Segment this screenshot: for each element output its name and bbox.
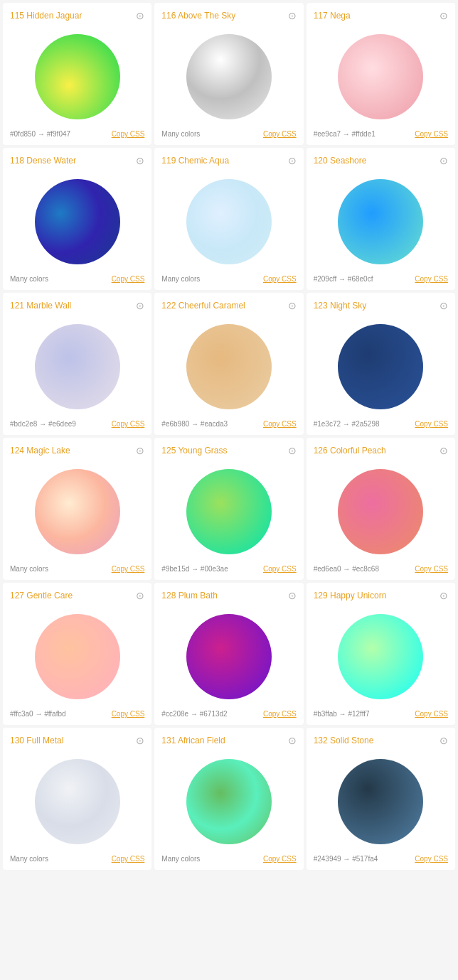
- copy-css-button[interactable]: Copy CSS: [415, 130, 448, 138]
- clock-icon[interactable]: ⊙: [288, 155, 297, 166]
- copy-css-button[interactable]: Copy CSS: [263, 420, 297, 428]
- card-header: 116 Above The Sky⊙: [161, 10, 296, 21]
- card-footer: Many colorsCopy CSS: [10, 855, 144, 863]
- clock-icon[interactable]: ⊙: [440, 300, 448, 311]
- color-circle: [338, 614, 423, 699]
- card-120: 120 Seashore⊙#209cff → #68e0cfCopy CSS: [307, 148, 455, 290]
- color-codes: Many colors: [161, 130, 200, 138]
- card-127: 127 Gentle Care⊙#ffc3a0 → #ffafbdCopy CS…: [3, 583, 151, 725]
- card-header: 131 African Field⊙: [161, 735, 296, 746]
- copy-css-button[interactable]: Copy CSS: [263, 275, 297, 283]
- clock-icon[interactable]: ⊙: [440, 445, 448, 456]
- card-header: 125 Young Grass⊙: [161, 445, 296, 456]
- card-132: 132 Solid Stone⊙#243949 → #517fa4Copy CS…: [307, 728, 455, 870]
- card-footer: #e6b980 → #eacda3Copy CSS: [161, 420, 296, 428]
- copy-css-button[interactable]: Copy CSS: [112, 275, 145, 283]
- clock-icon[interactable]: ⊙: [288, 300, 297, 311]
- copy-css-button[interactable]: Copy CSS: [112, 710, 145, 718]
- color-codes: #b3ffab → #12fff7: [314, 710, 370, 718]
- copy-css-button[interactable]: Copy CSS: [415, 275, 448, 283]
- card-footer: #1e3c72 → #2a5298Copy CSS: [314, 420, 448, 428]
- circle-container: [161, 755, 296, 848]
- clock-icon[interactable]: ⊙: [288, 10, 297, 21]
- color-circle: [35, 179, 120, 264]
- clock-icon[interactable]: ⊙: [288, 735, 297, 746]
- card-footer: Many colorsCopy CSS: [161, 275, 296, 283]
- color-codes: Many colors: [10, 855, 48, 863]
- color-circle: [338, 34, 423, 119]
- card-header: 117 Nega⊙: [314, 10, 448, 21]
- color-circle: [35, 614, 120, 699]
- copy-css-button[interactable]: Copy CSS: [415, 855, 448, 863]
- clock-icon[interactable]: ⊙: [136, 155, 144, 166]
- color-codes: #e6b980 → #eacda3: [161, 420, 228, 428]
- card-title: 130 Full Metal: [10, 736, 63, 745]
- card-title: 126 Colorful Peach: [314, 446, 386, 456]
- clock-icon[interactable]: ⊙: [288, 590, 297, 601]
- card-footer: Many colorsCopy CSS: [161, 130, 296, 138]
- card-footer: #cc208e → #6713d2Copy CSS: [161, 710, 296, 718]
- circle-container: [161, 610, 296, 703]
- copy-css-button[interactable]: Copy CSS: [112, 565, 145, 573]
- clock-icon[interactable]: ⊙: [136, 445, 144, 456]
- clock-icon[interactable]: ⊙: [440, 590, 448, 601]
- copy-css-button[interactable]: Copy CSS: [112, 130, 145, 138]
- color-codes: #bdc2e8 → #e6dee9: [10, 420, 76, 428]
- circle-container: [161, 175, 296, 268]
- color-circle: [186, 34, 272, 119]
- color-circle: [186, 324, 272, 409]
- copy-css-button[interactable]: Copy CSS: [263, 130, 297, 138]
- clock-icon[interactable]: ⊙: [136, 300, 144, 311]
- copy-css-button[interactable]: Copy CSS: [112, 855, 145, 863]
- card-footer: Many colorsCopy CSS: [10, 275, 144, 283]
- card-124: 124 Magic Lake⊙Many colorsCopy CSS: [3, 438, 151, 580]
- card-footer: #b3ffab → #12fff7Copy CSS: [314, 710, 448, 718]
- color-codes: #9be15d → #00e3ae: [161, 565, 228, 573]
- color-circle: [338, 759, 423, 844]
- card-header: 120 Seashore⊙: [314, 155, 448, 166]
- copy-css-button[interactable]: Copy CSS: [415, 420, 448, 428]
- copy-css-button[interactable]: Copy CSS: [263, 855, 297, 863]
- circle-container: [314, 755, 448, 848]
- color-codes: #0fd850 → #f9f047: [10, 130, 70, 138]
- card-123: 123 Night Sky⊙#1e3c72 → #2a5298Copy CSS: [307, 293, 455, 435]
- circle-container: [314, 320, 448, 413]
- card-title: 128 Plum Bath: [161, 591, 218, 601]
- circle-container: [314, 30, 448, 123]
- color-circle: [186, 759, 272, 844]
- clock-icon[interactable]: ⊙: [288, 445, 297, 456]
- clock-icon[interactable]: ⊙: [136, 10, 144, 21]
- card-header: 121 Marble Wall⊙: [10, 300, 144, 311]
- card-header: 132 Solid Stone⊙: [314, 735, 448, 746]
- circle-container: [10, 610, 144, 703]
- copy-css-button[interactable]: Copy CSS: [263, 565, 297, 573]
- copy-css-button[interactable]: Copy CSS: [415, 565, 448, 573]
- card-footer: #ffc3a0 → #ffafbdCopy CSS: [10, 710, 144, 718]
- circle-container: [161, 320, 296, 413]
- card-title: 120 Seashore: [314, 156, 367, 166]
- clock-icon[interactable]: ⊙: [136, 590, 144, 601]
- color-codes: Many colors: [10, 565, 48, 573]
- card-header: 115 Hidden Jaguar⊙: [10, 10, 144, 21]
- color-circle: [35, 759, 120, 844]
- clock-icon[interactable]: ⊙: [440, 735, 448, 746]
- color-codes: #243949 → #517fa4: [314, 855, 378, 863]
- copy-css-button[interactable]: Copy CSS: [415, 710, 448, 718]
- card-title: 123 Night Sky: [314, 301, 367, 311]
- card-115: 115 Hidden Jaguar⊙#0fd850 → #f9f047Copy …: [3, 3, 151, 145]
- circle-container: [161, 30, 296, 123]
- clock-icon[interactable]: ⊙: [136, 735, 144, 746]
- color-circle: [186, 179, 272, 264]
- color-circle: [35, 469, 120, 554]
- clock-icon[interactable]: ⊙: [440, 155, 448, 166]
- card-header: 124 Magic Lake⊙: [10, 445, 144, 456]
- copy-css-button[interactable]: Copy CSS: [112, 420, 145, 428]
- copy-css-button[interactable]: Copy CSS: [263, 710, 297, 718]
- card-118: 118 Dense Water⊙Many colorsCopy CSS: [3, 148, 151, 290]
- circle-container: [161, 465, 296, 558]
- circle-container: [10, 320, 144, 413]
- color-circle: [186, 469, 272, 554]
- card-126: 126 Colorful Peach⊙#ed6ea0 → #ec8c68Copy…: [307, 438, 455, 580]
- clock-icon[interactable]: ⊙: [440, 10, 448, 21]
- card-header: 129 Happy Unicorn⊙: [314, 590, 448, 601]
